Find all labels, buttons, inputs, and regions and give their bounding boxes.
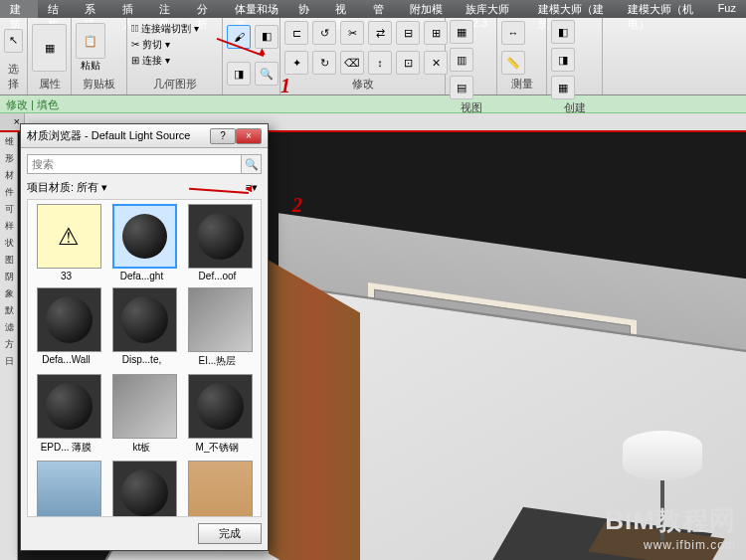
wood-wall (269, 260, 360, 560)
material-browser-titlebar[interactable]: 材质浏览器 - Default Light Source ? × (21, 124, 268, 148)
properties-button[interactable]: ▦ (32, 24, 67, 72)
side-item[interactable]: 阴 (1, 269, 17, 284)
tab-manage[interactable]: 管理 (363, 0, 401, 18)
search-icon[interactable]: 🔍 (242, 154, 262, 174)
material-item[interactable]: Defa...Wall (34, 287, 103, 368)
tab-insert[interactable]: 插入 (112, 0, 150, 18)
material-label: Defa...ght (109, 271, 174, 281)
group-blank-label (227, 91, 276, 93)
done-button[interactable]: 完成 (198, 523, 262, 544)
material-item[interactable] (34, 461, 103, 517)
modify-tool[interactable]: ⊡ (396, 51, 420, 75)
tab-addin[interactable]: 附加模块 (400, 0, 455, 18)
group-select-label: 选择 (4, 61, 23, 93)
material-thumb[interactable] (37, 374, 101, 439)
paste-button[interactable]: 📋 (76, 23, 105, 59)
tab-analyze[interactable]: 分析 (187, 0, 225, 18)
modify-tool[interactable]: ⊞ (424, 21, 448, 45)
material-thumb[interactable] (112, 374, 177, 439)
modify-tool[interactable]: ✂ (340, 21, 364, 45)
material-thumb[interactable]: ⚠ (37, 204, 101, 269)
side-item[interactable]: 维 (1, 133, 17, 149)
material-thumb[interactable] (188, 204, 253, 269)
tool-icon[interactable]: ◨ (227, 62, 251, 86)
material-thumb[interactable] (112, 204, 177, 269)
modify-tool[interactable]: ⌫ (340, 51, 364, 75)
material-thumb[interactable] (37, 461, 101, 517)
view-tool[interactable]: ▤ (450, 76, 473, 99)
side-item[interactable]: 象 (1, 285, 17, 301)
modify-tool[interactable]: ✦ (284, 51, 308, 75)
filter-dropdown[interactable]: 项目材质: 所有 ▾ (27, 180, 242, 195)
paste-label: 粘贴 (81, 59, 100, 73)
tool-icon[interactable]: 🔍 (255, 62, 279, 86)
tab-family[interactable]: 族库大师V2.3 (456, 0, 528, 18)
material-thumb[interactable] (112, 461, 177, 517)
cope-button[interactable]: �⃞ 连接端切割 ▾ (131, 22, 218, 36)
material-browser-window: 材质浏览器 - Default Light Source ? × 🔍 项目材质:… (20, 123, 269, 551)
modify-tool[interactable]: ↺ (312, 21, 336, 45)
side-item[interactable]: 方 (1, 336, 17, 352)
tab-view[interactable]: 视图 (325, 0, 363, 18)
close-button[interactable]: × (236, 128, 262, 144)
tool-icon[interactable]: ◧ (255, 25, 279, 49)
join-button[interactable]: ⊞ 连接 ▾ (131, 54, 218, 68)
side-item[interactable]: 滤 (1, 319, 17, 335)
material-label: EI...热层 (185, 354, 250, 368)
tab-mass[interactable]: 体量和场地 (225, 0, 288, 18)
side-item[interactable]: 材 (1, 167, 17, 183)
tab-collab[interactable]: 协作 (288, 0, 326, 18)
modify-tool[interactable]: ⇄ (368, 21, 392, 45)
tab-struct[interactable]: 结构 (38, 0, 76, 18)
material-label: Def...oof (185, 271, 250, 281)
tab-annotate[interactable]: 注释 (149, 0, 187, 18)
material-item[interactable]: Disp...te, (109, 287, 179, 368)
side-item[interactable]: 形 (1, 150, 17, 166)
material-thumb[interactable] (112, 287, 177, 352)
create-tool[interactable]: ◨ (551, 48, 575, 72)
material-thumb[interactable] (37, 287, 101, 352)
side-item[interactable]: 图 (1, 252, 17, 268)
material-item[interactable]: Defa...ght (109, 204, 179, 281)
material-item[interactable]: Def...oof (185, 204, 255, 281)
modify-tool[interactable]: ⊏ (284, 21, 308, 45)
side-item[interactable]: 样 (1, 218, 17, 234)
side-item[interactable]: 可 (1, 201, 17, 217)
group-clipboard-label: 剪贴板 (76, 76, 122, 93)
material-label: Disp...te, (109, 354, 174, 365)
view-tool[interactable]: ▥ (450, 48, 473, 72)
material-thumb[interactable] (188, 461, 253, 517)
tab-system[interactable]: 系统 (75, 0, 112, 18)
group-geometry-label: 几何图形 (131, 76, 218, 93)
tab-fuz[interactable]: Fuz (708, 0, 746, 18)
modify-tool[interactable]: ✕ (424, 51, 448, 75)
cut-button[interactable]: ✂ 剪切 ▾ (131, 38, 218, 52)
help-button[interactable]: ? (210, 128, 236, 144)
side-item[interactable]: 日 (1, 353, 17, 369)
material-thumb[interactable] (188, 374, 253, 439)
tab-mep-master[interactable]: 建模大师（机电） (618, 0, 707, 18)
create-tool[interactable]: ◧ (551, 20, 575, 44)
measure-tool[interactable]: 📏 (501, 51, 525, 75)
measure-tool[interactable]: ↔ (501, 21, 525, 45)
modify-tool[interactable]: ⊟ (396, 21, 420, 45)
material-item[interactable] (185, 461, 255, 517)
view-tool[interactable]: ▦ (450, 20, 473, 44)
modify-tool[interactable]: ↕ (368, 51, 392, 75)
side-item[interactable]: 默 (1, 302, 17, 318)
tab-arch[interactable]: 建筑 (0, 0, 38, 18)
material-item[interactable]: ⚠33 (34, 204, 103, 281)
material-item[interactable] (109, 461, 179, 517)
select-tool-icon[interactable]: ↖ (4, 29, 23, 53)
material-item[interactable]: EPD... 薄膜 (34, 374, 103, 455)
material-item[interactable]: M_不锈钢 (185, 374, 255, 455)
search-input[interactable] (27, 154, 242, 174)
side-item[interactable]: 件 (1, 184, 17, 200)
material-item[interactable]: kt板 (109, 374, 179, 455)
material-item[interactable]: EI...热层 (185, 287, 255, 368)
tab-arch-master[interactable]: 建模大师（建筑） (528, 0, 618, 18)
modify-tool[interactable]: ↻ (312, 51, 336, 75)
material-thumb[interactable] (188, 287, 253, 352)
side-item[interactable]: 状 (1, 235, 17, 251)
create-tool[interactable]: ▦ (551, 76, 575, 99)
